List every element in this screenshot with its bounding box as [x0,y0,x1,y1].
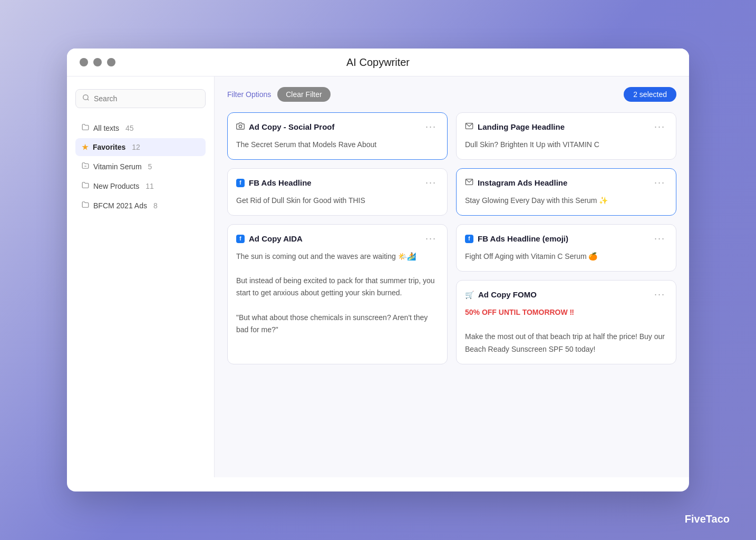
card-menu-button[interactable]: ··· [652,289,667,300]
nav-count: 8 [153,201,158,210]
card-title: Instagram Ads Headline [478,178,567,187]
selected-badge: 2 selected [624,87,676,102]
nav-label: BFCM 2021 Ads [93,201,147,210]
fomo-highlight: 50% OFF UNTIL TOMORROW ‼️ [465,308,574,316]
card-ad-copy-social-proof[interactable]: Ad Copy - Social Proof ··· The Secret Se… [227,112,448,160]
search-icon [82,94,90,103]
card-title: FB Ads Headline [249,178,312,187]
card-menu-button[interactable]: ··· [423,233,439,244]
search-box[interactable] [75,89,206,108]
app-window: AI Copywriter All texts 45 [67,49,689,491]
card-title: FB Ads Headline (emoji) [478,234,568,243]
minimize-button[interactable] [93,58,102,66]
nav-label: New Products [93,182,139,190]
clear-filter-button[interactable]: Clear Filter [277,87,330,102]
branding: FiveTaco [685,513,730,525]
card-ad-copy-fomo[interactable]: 🛒 Ad Copy FOMO ··· 50% OFF UNTIL TOMORRO… [456,280,676,364]
card-menu-button[interactable]: ··· [423,121,439,132]
nav-label: Favorites [93,143,125,151]
sidebar-item-vitamin-serum[interactable]: Vitamin Serum 5 [75,157,206,176]
email-icon [465,122,473,132]
toolbar: Filter Options Clear Filter 2 selected [227,87,676,102]
nav-count: 5 [148,162,152,171]
card-title-row: Landing Page Headline [465,122,565,132]
card-content: The sun is coming out and the waves are … [236,250,439,336]
card-menu-button[interactable]: ··· [423,177,439,188]
card-header: f Ad Copy AIDA ··· [236,233,439,244]
sidebar-item-new-products[interactable]: New Products 11 [75,177,206,195]
card-menu-button[interactable]: ··· [652,121,667,132]
sidebar-item-bfcm[interactable]: BFCM 2021 Ads 8 [75,196,206,215]
card-body: Get Rid of Dull Skin for Good with THIS [236,195,439,207]
card-landing-page-headline[interactable]: Landing Page Headline ··· Dull Skin? Bri… [456,112,676,160]
card-content: Dull Skin? Brighten It Up with VITAMIN C [465,140,599,149]
nav-label: All texts [93,124,119,132]
card-fb-ads-headline-emoji[interactable]: f FB Ads Headline (emoji) ··· Fight Off … [456,224,676,272]
card-menu-button[interactable]: ··· [652,233,667,244]
card-body: Stay Glowing Every Day with this Serum ✨ [465,195,667,207]
card-header: f FB Ads Headline ··· [236,177,439,188]
search-input[interactable] [94,94,199,103]
cart-icon: 🛒 [465,291,474,299]
right-column-bottom: f FB Ads Headline (emoji) ··· Fight Off … [456,224,676,364]
nav-count: 45 [125,124,134,132]
card-header: 🛒 Ad Copy FOMO ··· [465,289,667,300]
maximize-button[interactable] [107,58,115,66]
card-title-row: Ad Copy - Social Proof [236,122,335,132]
card-header: f FB Ads Headline (emoji) ··· [465,233,667,244]
card-fb-ads-headline[interactable]: f FB Ads Headline ··· Get Rid of Dull Sk… [227,168,448,216]
card-ad-copy-aida[interactable]: f Ad Copy AIDA ··· The sun is coming out… [227,224,448,364]
card-body: Fight Off Aging with Vitamin C Serum 🍊 [465,250,667,263]
nav-label: Vitamin Serum [93,162,142,171]
facebook-icon-2: f [236,235,245,243]
card-content: Fight Off Aging with Vitamin C Serum 🍊 [465,252,597,261]
card-title-row: f FB Ads Headline [236,178,312,187]
title-bar: AI Copywriter [67,49,689,76]
card-title-row: 🛒 Ad Copy FOMO [465,290,537,299]
folder-icon [82,123,89,132]
app-title: AI Copywriter [346,56,410,69]
svg-point-3 [239,125,241,128]
sidebar: All texts 45 ★ Favorites 12 Vitamin Seru… [67,76,215,477]
cards-grid: Ad Copy - Social Proof ··· The Secret Se… [227,112,676,364]
nav-count: 12 [132,143,140,151]
svg-line-1 [88,99,89,101]
email-icon-2 [465,178,473,188]
card-header: Landing Page Headline ··· [465,121,667,132]
main-layout: All texts 45 ★ Favorites 12 Vitamin Seru… [67,76,689,477]
card-body: The sun is coming out and the waves are … [236,250,439,336]
card-header: Ad Copy - Social Proof ··· [236,121,439,132]
card-title-row: Instagram Ads Headline [465,178,567,188]
nav-count: 11 [146,182,154,190]
card-title: Ad Copy AIDA [249,234,303,243]
folder-icon-2 [82,181,89,190]
card-body: 50% OFF UNTIL TOMORROW ‼️ Make the most … [465,306,667,355]
card-content: 50% OFF UNTIL TOMORROW ‼️ Make the most … [465,306,667,355]
close-button[interactable] [80,58,88,66]
card-content: Get Rid of Dull Skin for Good with THIS [236,196,365,205]
filter-options-button[interactable]: Filter Options [227,90,271,99]
window-controls [80,58,115,66]
card-header: Instagram Ads Headline ··· [465,177,667,188]
content-area: Filter Options Clear Filter 2 selected A… [215,76,689,477]
facebook-icon: f [236,179,245,187]
sidebar-item-favorites[interactable]: ★ Favorites 12 [75,138,206,156]
card-body: Dull Skin? Brighten It Up with VITAMIN C [465,139,667,151]
card-content: The Secret Serum that Models Rave About [236,140,376,149]
card-title-row: f Ad Copy AIDA [236,234,303,243]
card-title: Landing Page Headline [478,122,565,131]
card-title-row: f FB Ads Headline (emoji) [465,234,568,243]
card-instagram-ads-headline[interactable]: Instagram Ads Headline ··· Stay Glowing … [456,168,676,216]
card-content: Stay Glowing Every Day with this Serum ✨ [465,196,608,205]
star-icon: ★ [82,143,89,151]
card-body: The Secret Serum that Models Rave About [236,139,439,151]
sidebar-item-all-texts[interactable]: All texts 45 [75,119,206,137]
folder-minus-icon [82,162,89,171]
card-menu-button[interactable]: ··· [652,177,667,188]
card-title: Ad Copy - Social Proof [249,122,335,131]
card-title: Ad Copy FOMO [478,290,537,299]
facebook-icon-3: f [465,235,473,243]
svg-point-0 [83,95,88,100]
camera-icon [236,122,245,132]
folder-icon-3 [82,201,89,210]
